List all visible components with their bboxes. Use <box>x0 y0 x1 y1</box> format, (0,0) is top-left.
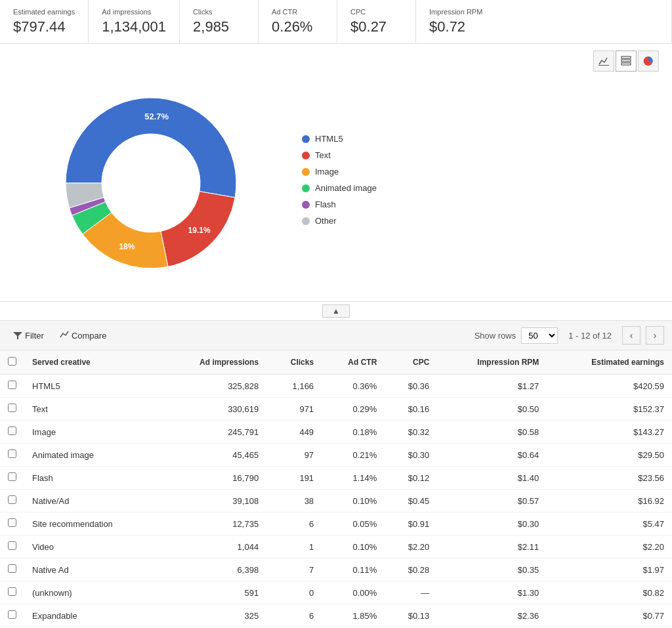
stat-clicks-label: Clicks <box>193 8 245 16</box>
row-select-checkbox[interactable] <box>8 610 16 619</box>
row-creative: Video <box>24 535 161 558</box>
collapse-button[interactable]: ▲ <box>322 304 350 318</box>
row-checkbox[interactable] <box>0 375 24 398</box>
row-clicks: 97 <box>266 444 322 467</box>
row-checkbox[interactable] <box>0 421 24 444</box>
line-chart-button[interactable] <box>593 51 614 72</box>
svg-rect-1 <box>621 56 631 58</box>
row-cpc: $0.12 <box>385 467 437 490</box>
row-creative: Text <box>24 398 161 421</box>
header-clicks: Clicks <box>266 350 322 375</box>
row-checkbox[interactable] <box>0 444 24 467</box>
row-rpm: $0.35 <box>437 558 547 581</box>
row-rpm: $0.64 <box>437 444 547 467</box>
row-ctr: 1.85% <box>322 604 385 627</box>
row-checkbox[interactable] <box>0 398 24 421</box>
header-impressions: Ad impressions <box>161 350 266 375</box>
row-select-checkbox[interactable] <box>8 587 16 596</box>
row-clicks: 971 <box>266 398 322 421</box>
table-row: (unknown) 591 0 0.00% — $1.30 $0.82 <box>0 581 672 604</box>
row-cpc: $0.32 <box>385 421 437 444</box>
row-ctr: 0.21% <box>322 444 385 467</box>
stat-impression-rpm-label: Impression RPM <box>429 8 658 16</box>
row-rpm: $1.27 <box>437 375 547 398</box>
donut-label-text: 19.1% <box>188 226 211 235</box>
row-checkbox[interactable] <box>0 513 24 535</box>
stat-ad-impressions-value: 1,134,001 <box>102 18 166 35</box>
row-select-checkbox[interactable] <box>8 495 16 504</box>
row-ctr: 0.00% <box>322 581 385 604</box>
data-table: Served creative Ad impressions Clicks Ad… <box>0 350 672 628</box>
row-earnings: $1.97 <box>547 558 672 581</box>
rows-per-page-select[interactable]: 10 25 50 100 <box>521 327 558 344</box>
legend-label: Animated image <box>315 183 377 193</box>
row-impressions: 6,398 <box>161 558 266 581</box>
row-cpc: $0.30 <box>385 444 437 467</box>
prev-page-button[interactable]: ‹ <box>622 326 640 345</box>
stat-ad-impressions-label: Ad impressions <box>102 8 166 16</box>
table-row: Image 245,791 449 0.18% $0.32 $0.58 $143… <box>0 421 672 444</box>
row-select-checkbox[interactable] <box>8 427 16 435</box>
row-checkbox[interactable] <box>0 490 24 513</box>
next-page-button[interactable]: › <box>646 326 664 345</box>
compare-icon <box>60 331 69 340</box>
row-checkbox[interactable] <box>0 467 24 490</box>
legend-item-html5: HTML5 <box>302 134 377 144</box>
legend-item-text: Text <box>302 150 377 160</box>
row-earnings: $0.82 <box>547 581 672 604</box>
row-checkbox[interactable] <box>0 535 24 558</box>
row-select-checkbox[interactable] <box>8 404 16 412</box>
row-clicks: 191 <box>266 467 322 490</box>
row-rpm: $1.40 <box>437 467 547 490</box>
line-chart-icon <box>598 56 609 66</box>
row-earnings: $5.47 <box>547 513 672 535</box>
row-cpc: — <box>385 581 437 604</box>
pie-chart-button[interactable] <box>638 51 659 72</box>
select-all-checkbox[interactable] <box>8 357 16 366</box>
legend-label: Other <box>315 216 337 226</box>
row-ctr: 0.10% <box>322 490 385 513</box>
legend-dot <box>302 168 310 176</box>
row-select-checkbox[interactable] <box>8 564 16 573</box>
row-cpc: $0.91 <box>385 513 437 535</box>
legend-dot <box>302 135 310 143</box>
stat-ad-ctr-value: 0.26% <box>272 18 324 35</box>
stat-ad-ctr-label: Ad CTR <box>272 8 324 16</box>
row-select-checkbox[interactable] <box>8 381 16 389</box>
table-header-row: Served creative Ad impressions Clicks Ad… <box>0 350 672 375</box>
row-clicks: 0 <box>266 581 322 604</box>
row-rpm: $2.11 <box>437 535 547 558</box>
stat-clicks: Clicks 2,985 <box>180 0 259 43</box>
table-chart-button[interactable] <box>616 51 637 72</box>
row-checkbox[interactable] <box>0 604 24 627</box>
row-cpc: $0.45 <box>385 490 437 513</box>
filter-button[interactable]: Filter <box>8 328 49 343</box>
stat-estimated-earnings-label: Estimated earnings <box>13 8 75 16</box>
row-select-checkbox[interactable] <box>8 518 16 527</box>
legend-item-animated-image: Animated image <box>302 183 377 193</box>
row-select-checkbox[interactable] <box>8 541 16 550</box>
chart-toolbar <box>13 51 659 72</box>
row-creative: Image <box>24 421 161 444</box>
header-checkbox <box>0 350 24 375</box>
stat-clicks-value: 2,985 <box>193 18 245 35</box>
stat-cpc: CPC $0.27 <box>337 0 416 43</box>
compare-button[interactable]: Compare <box>54 328 112 343</box>
chart-legend: HTML5TextImageAnimated imageFlashOther <box>302 134 377 232</box>
row-rpm: $0.58 <box>437 421 547 444</box>
legend-dot <box>302 184 310 192</box>
row-checkbox[interactable] <box>0 581 24 604</box>
legend-item-flash: Flash <box>302 199 377 209</box>
row-rpm: $2.36 <box>437 604 547 627</box>
legend-item-other: Other <box>302 216 377 226</box>
row-clicks: 6 <box>266 604 322 627</box>
table-row: HTML5 325,828 1,166 0.36% $0.36 $1.27 $4… <box>0 375 672 398</box>
row-rpm: $1.30 <box>437 581 547 604</box>
row-select-checkbox[interactable] <box>8 450 16 458</box>
show-rows-label: Show rows <box>474 331 516 341</box>
row-cpc: $0.16 <box>385 398 437 421</box>
row-ctr: 0.18% <box>322 421 385 444</box>
table-row: Video 1,044 1 0.10% $2.20 $2.11 $2.20 <box>0 535 672 558</box>
row-select-checkbox[interactable] <box>8 472 16 481</box>
row-checkbox[interactable] <box>0 558 24 581</box>
